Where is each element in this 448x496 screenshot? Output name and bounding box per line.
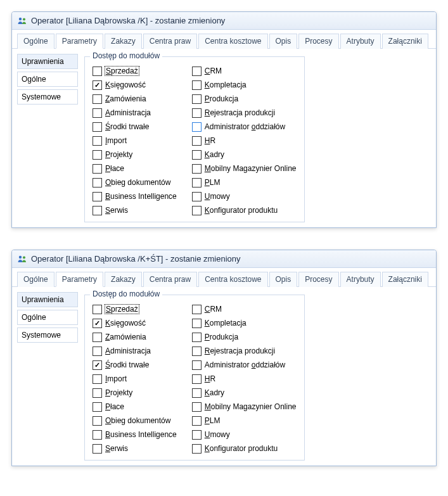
- module-row-kadry[interactable]: Kadry: [192, 148, 297, 161]
- checkbox-label-sprzeda[interactable]: Sprzedaż: [105, 305, 139, 314]
- checkbox-administracja[interactable]: [93, 108, 102, 118]
- module-row-sprzeda[interactable]: Sprzedaż: [93, 303, 177, 315]
- checkbox-label-kompletacja[interactable]: Kompletacja: [205, 80, 246, 89]
- checkbox-label-business-intelligence[interactable]: Business Intelligence: [105, 192, 177, 201]
- module-row-administrator-oddzia-w[interactable]: Administrator oddziałów: [192, 120, 297, 133]
- checkbox-label-serwis[interactable]: Serwis: [105, 206, 128, 215]
- checkbox-label-obieg-dokument-w[interactable]: Obieg dokumentów: [105, 416, 170, 425]
- tab-centra-praw[interactable]: Centra praw: [143, 34, 197, 49]
- tab-atrybuty[interactable]: Atrybuty: [340, 34, 381, 49]
- module-row-kompletacja[interactable]: Kompletacja: [192, 79, 297, 91]
- module-row-umowy[interactable]: Umowy: [192, 428, 297, 441]
- checkbox-zam-wienia[interactable]: [93, 94, 102, 104]
- module-row-plm[interactable]: PLM: [192, 414, 297, 427]
- checkbox-mobilny-magazynier-online[interactable]: [192, 402, 202, 412]
- module-row-rodki-trwa-e[interactable]: Środki trwałe: [93, 359, 177, 371]
- checkbox-serwis[interactable]: [93, 206, 102, 215]
- checkbox-kompletacja[interactable]: [192, 80, 202, 90]
- checkbox-label-ksi-gowo[interactable]: Księgowość: [105, 80, 146, 89]
- module-row-ksi-gowo[interactable]: Księgowość: [93, 79, 177, 91]
- module-row-p-ace[interactable]: Płace: [93, 400, 177, 413]
- checkbox-label-kadry[interactable]: Kadry: [205, 388, 224, 397]
- checkbox-p-ace[interactable]: [93, 402, 102, 412]
- checkbox-hr[interactable]: [192, 136, 202, 146]
- checkbox-label-ksi-gowo[interactable]: Księgowość: [105, 319, 146, 327]
- checkbox-label-produkcja[interactable]: Produkcja: [205, 94, 238, 103]
- checkbox-obieg-dokument-w[interactable]: [93, 178, 102, 188]
- checkbox-label-zam-wienia[interactable]: Zamówienia: [105, 94, 146, 103]
- module-row-mobilny-magazynier-online[interactable]: Mobilny Magazynier Online: [192, 162, 297, 175]
- tab-za-czniki[interactable]: Załączniki: [382, 272, 428, 287]
- module-row-zam-wienia[interactable]: Zamówienia: [93, 331, 177, 343]
- checkbox-label-plm[interactable]: PLM: [205, 416, 221, 425]
- checkbox-umowy[interactable]: [192, 430, 202, 440]
- sidebar-item-og-lne[interactable]: Ogólne: [17, 310, 78, 325]
- module-row-p-ace[interactable]: Płace: [93, 162, 177, 175]
- module-row-plm[interactable]: PLM: [192, 176, 297, 189]
- module-row-kompletacja[interactable]: Kompletacja: [192, 317, 297, 329]
- module-row-hr[interactable]: HR: [192, 134, 297, 147]
- checkbox-label-mobilny-magazynier-online[interactable]: Mobilny Magazynier Online: [205, 402, 297, 411]
- checkbox-hr[interactable]: [192, 374, 202, 384]
- checkbox-konfigurator-produktu[interactable]: [192, 444, 202, 454]
- module-row-crm[interactable]: CRM: [192, 303, 297, 315]
- sidebar-item-uprawnienia[interactable]: Uprawnienia: [17, 54, 78, 69]
- checkbox-import[interactable]: [93, 374, 102, 384]
- checkbox-label-produkcja[interactable]: Produkcja: [205, 333, 238, 341]
- checkbox-zam-wienia[interactable]: [93, 333, 102, 342]
- checkbox-plm[interactable]: [192, 178, 202, 188]
- checkbox-label-administracja[interactable]: Administracja: [105, 347, 151, 355]
- module-row-obieg-dokument-w[interactable]: Obieg dokumentów: [93, 414, 177, 427]
- checkbox-sprzeda[interactable]: [93, 67, 102, 76]
- checkbox-label-p-ace[interactable]: Płace: [105, 164, 124, 173]
- checkbox-label-import[interactable]: Import: [105, 374, 127, 383]
- checkbox-label-umowy[interactable]: Umowy: [205, 192, 230, 201]
- module-row-sprzeda[interactable]: Sprzedaż: [93, 65, 177, 77]
- module-row-produkcja[interactable]: Produkcja: [192, 92, 297, 105]
- sidebar-item-systemowe[interactable]: Systemowe: [17, 327, 78, 343]
- checkbox-label-administrator-oddzia-w[interactable]: Administrator oddziałów: [205, 360, 285, 369]
- checkbox-ksi-gowo[interactable]: [93, 319, 102, 328]
- checkbox-label-administracja[interactable]: Administracja: [105, 108, 151, 117]
- checkbox-label-umowy[interactable]: Umowy: [205, 430, 230, 439]
- module-row-rejestracja-produkcji[interactable]: Rejestracja produkcji: [192, 106, 297, 119]
- checkbox-label-rejestracja-produkcji[interactable]: Rejestracja produkcji: [205, 347, 275, 355]
- checkbox-projekty[interactable]: [93, 388, 102, 398]
- checkbox-label-hr[interactable]: HR: [205, 136, 215, 145]
- tab-opis[interactable]: Opis: [269, 34, 298, 49]
- module-row-projekty[interactable]: Projekty: [93, 386, 177, 399]
- checkbox-rodki-trwa-e[interactable]: [93, 122, 102, 132]
- module-row-serwis[interactable]: Serwis: [93, 204, 177, 217]
- checkbox-label-p-ace[interactable]: Płace: [105, 402, 124, 411]
- checkbox-business-intelligence[interactable]: [93, 430, 102, 440]
- module-row-mobilny-magazynier-online[interactable]: Mobilny Magazynier Online: [192, 400, 297, 413]
- module-row-umowy[interactable]: Umowy: [192, 190, 297, 203]
- module-row-obieg-dokument-w[interactable]: Obieg dokumentów: [93, 176, 177, 189]
- checkbox-kompletacja[interactable]: [192, 319, 202, 328]
- checkbox-label-kompletacja[interactable]: Kompletacja: [205, 319, 246, 327]
- checkbox-crm[interactable]: [192, 67, 202, 76]
- tab-za-czniki[interactable]: Załączniki: [382, 34, 428, 49]
- module-row-hr[interactable]: HR: [192, 372, 297, 385]
- checkbox-konfigurator-produktu[interactable]: [192, 206, 202, 215]
- tab-zakazy[interactable]: Zakazy: [105, 272, 142, 287]
- tab-centra-kosztowe[interactable]: Centra kosztowe: [198, 34, 267, 49]
- checkbox-label-administrator-oddzia-w[interactable]: Administrator oddziałów: [205, 122, 285, 131]
- tab-og-lne[interactable]: Ogólne: [17, 34, 54, 49]
- tab-og-lne[interactable]: Ogólne: [17, 272, 54, 287]
- module-row-administracja[interactable]: Administracja: [93, 106, 177, 119]
- checkbox-label-zam-wienia[interactable]: Zamówienia: [105, 333, 146, 341]
- sidebar-item-og-lne[interactable]: Ogólne: [17, 72, 78, 87]
- module-row-import[interactable]: Import: [93, 372, 177, 385]
- checkbox-label-hr[interactable]: HR: [205, 374, 215, 383]
- checkbox-label-sprzeda[interactable]: Sprzedaż: [105, 67, 139, 75]
- checkbox-label-mobilny-magazynier-online[interactable]: Mobilny Magazynier Online: [205, 164, 297, 173]
- checkbox-ksi-gowo[interactable]: [93, 80, 102, 90]
- tab-zakazy[interactable]: Zakazy: [105, 34, 142, 49]
- checkbox-rejestracja-produkcji[interactable]: [192, 347, 202, 356]
- tab-parametry[interactable]: Parametry: [56, 34, 103, 49]
- checkbox-projekty[interactable]: [93, 150, 102, 160]
- checkbox-label-crm[interactable]: CRM: [205, 305, 222, 314]
- checkbox-produkcja[interactable]: [192, 94, 202, 104]
- module-row-ksi-gowo[interactable]: Księgowość: [93, 317, 177, 329]
